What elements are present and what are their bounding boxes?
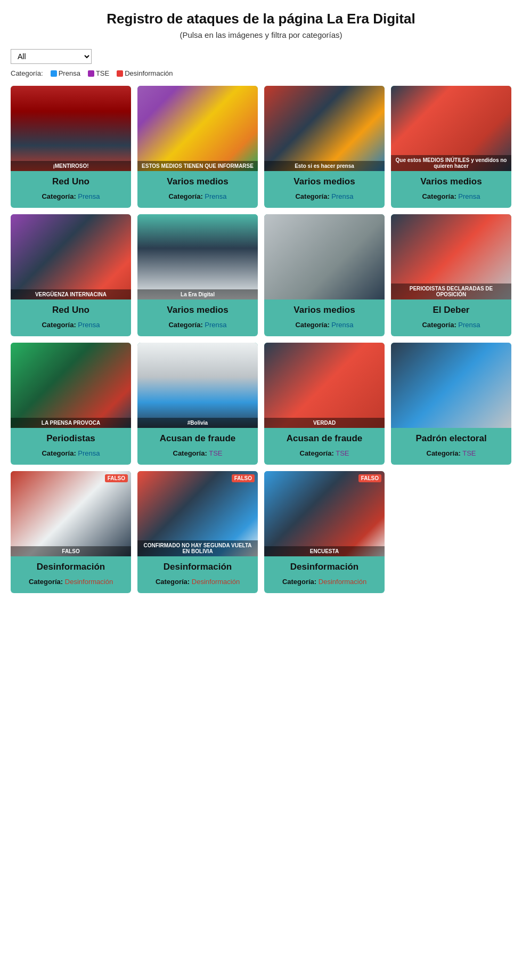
category-label: Categoría: bbox=[295, 192, 329, 200]
card-body-7: Varios mediosCategoría: Prensa bbox=[264, 299, 385, 336]
card-category-11: Categoría: TSE bbox=[270, 449, 379, 457]
category-label: Categoría: bbox=[173, 449, 207, 457]
card-4[interactable]: Que estos MEDIOS INÚTILES y vendidos no … bbox=[391, 86, 511, 208]
card-body-9: PeriodistasCategoría: Prensa bbox=[11, 428, 131, 465]
card-image-text-14: CONFIRMADO NO HAY SEGUNDA VUELTA EN BOLI… bbox=[137, 540, 258, 556]
card-category-14: Categoría: Desinformación bbox=[143, 578, 252, 586]
category-label: Categoría: bbox=[422, 321, 456, 329]
card-image-text-15: ENCUESTA bbox=[264, 546, 385, 556]
card-image-text-13: FALSO bbox=[11, 546, 131, 556]
card-body-3: Varios mediosCategoría: Prensa bbox=[264, 171, 385, 208]
card-3[interactable]: Esto si es hacer prensaVarios mediosCate… bbox=[264, 86, 385, 208]
card-14[interactable]: CONFIRMADO NO HAY SEGUNDA VUELTA EN BOLI… bbox=[137, 471, 258, 593]
card-title-4: Varios medios bbox=[396, 176, 506, 187]
card-title-15: Desinformación bbox=[270, 562, 379, 572]
card-image-15: ENCUESTAFALSO bbox=[264, 471, 385, 556]
card-image-14: CONFIRMADO NO HAY SEGUNDA VUELTA EN BOLI… bbox=[137, 471, 258, 556]
category-value: Prensa bbox=[78, 192, 100, 200]
card-8[interactable]: PERIODISTAS DECLARADAS DE OPOSICIÓNEl De… bbox=[391, 214, 511, 336]
card-body-12: Padrón electoralCategoría: TSE bbox=[391, 428, 511, 465]
badge-falso-14: FALSO bbox=[232, 474, 255, 482]
card-title-9: Periodistas bbox=[16, 433, 126, 444]
category-label: Categoría: bbox=[282, 578, 316, 586]
card-image-text-2: ESTOS MEDIOS TIENEN QUE INFORMARSE bbox=[137, 161, 258, 171]
card-9[interactable]: LA PRENSA PROVOCAPeriodistasCategoría: P… bbox=[11, 343, 131, 465]
category-value: Prensa bbox=[331, 321, 353, 329]
card-title-5: Red Uno bbox=[16, 305, 126, 315]
card-title-1: Red Uno bbox=[16, 176, 126, 187]
card-1[interactable]: ¡MENTIROSO!Red UnoCategoría: Prensa bbox=[11, 86, 131, 208]
legend-desinformacion: Desinformación bbox=[117, 69, 173, 77]
category-label: Categoría: bbox=[422, 192, 456, 200]
card-image-text-10: #Bolivia bbox=[137, 418, 258, 428]
card-title-11: Acusan de fraude bbox=[270, 433, 379, 444]
card-2[interactable]: ESTOS MEDIOS TIENEN QUE INFORMARSEVarios… bbox=[137, 86, 258, 208]
category-value: TSE bbox=[336, 449, 349, 457]
card-11[interactable]: VERDADAcusan de fraudeCategoría: TSE bbox=[264, 343, 385, 465]
card-image-11: VERDAD bbox=[264, 343, 385, 428]
card-category-5: Categoría: Prensa bbox=[16, 321, 126, 329]
card-title-10: Acusan de fraude bbox=[143, 433, 252, 444]
card-body-1: Red UnoCategoría: Prensa bbox=[11, 171, 131, 208]
page-title: Registro de ataques de la página La Era … bbox=[11, 11, 511, 27]
card-image-8: PERIODISTAS DECLARADAS DE OPOSICIÓN bbox=[391, 214, 511, 299]
card-image-text-9: LA PRENSA PROVOCA bbox=[11, 418, 131, 428]
category-value: TSE bbox=[462, 449, 476, 457]
category-value: Desinformación bbox=[319, 578, 366, 586]
card-image-text-4: Que estos MEDIOS INÚTILES y vendidos no … bbox=[391, 155, 511, 171]
card-body-2: Varios mediosCategoría: Prensa bbox=[137, 171, 258, 208]
card-title-12: Padrón electoral bbox=[396, 433, 506, 444]
category-value: Desinformación bbox=[65, 578, 113, 586]
card-10[interactable]: #BoliviaAcusan de fraudeCategoría: TSE bbox=[137, 343, 258, 465]
card-body-4: Varios mediosCategoría: Prensa bbox=[391, 171, 511, 208]
card-image-1: ¡MENTIROSO! bbox=[11, 86, 131, 171]
card-15[interactable]: ENCUESTAFALSODesinformaciónCategoría: De… bbox=[264, 471, 385, 593]
category-label: Categoría: bbox=[42, 449, 76, 457]
card-category-12: Categoría: TSE bbox=[396, 449, 506, 457]
card-title-3: Varios medios bbox=[270, 176, 379, 187]
category-value: Prensa bbox=[78, 449, 100, 457]
card-title-8: El Deber bbox=[396, 305, 506, 315]
card-image-4: Que estos MEDIOS INÚTILES y vendidos no … bbox=[391, 86, 511, 171]
card-body-5: Red UnoCategoría: Prensa bbox=[11, 299, 131, 336]
page-subtitle: (Pulsa en las imágenes y filtra por cate… bbox=[11, 30, 511, 39]
card-body-10: Acusan de fraudeCategoría: TSE bbox=[137, 428, 258, 465]
card-title-14: Desinformación bbox=[143, 562, 252, 572]
legend-dot-desinformacion bbox=[117, 70, 123, 77]
card-image-12 bbox=[391, 343, 511, 428]
card-category-1: Categoría: Prensa bbox=[16, 192, 126, 200]
card-title-2: Varios medios bbox=[143, 176, 252, 187]
category-label: Categoría: bbox=[29, 578, 63, 586]
card-7[interactable]: Varios mediosCategoría: Prensa bbox=[264, 214, 385, 336]
card-title-6: Varios medios bbox=[143, 305, 252, 315]
category-value: Desinformación bbox=[192, 578, 240, 586]
card-image-5: VERGÜENZA INTERNACINA bbox=[11, 214, 131, 299]
legend-label-desinformacion: Desinformación bbox=[125, 69, 173, 77]
card-image-text-8: PERIODISTAS DECLARADAS DE OPOSICIÓN bbox=[391, 284, 511, 299]
card-image-text-1: ¡MENTIROSO! bbox=[11, 161, 131, 171]
legend-dot-prensa bbox=[51, 70, 57, 77]
card-12[interactable]: Padrón electoralCategoría: TSE bbox=[391, 343, 511, 465]
badge-falso-13: FALSO bbox=[105, 474, 128, 482]
card-image-10: #Bolivia bbox=[137, 343, 258, 428]
card-13[interactable]: FALSOFALSODesinformaciónCategoría: Desin… bbox=[11, 471, 131, 593]
legend-label-tse: TSE bbox=[96, 69, 109, 77]
category-label: Categoría: bbox=[156, 578, 190, 586]
category-value: Prensa bbox=[458, 192, 480, 200]
card-image-7 bbox=[264, 214, 385, 299]
category-value: Prensa bbox=[331, 192, 353, 200]
card-body-8: El DeberCategoría: Prensa bbox=[391, 299, 511, 336]
category-label: Categoría: bbox=[300, 449, 334, 457]
category-value: TSE bbox=[209, 449, 222, 457]
legend-label: Categoría: bbox=[11, 69, 43, 77]
category-filter[interactable]: All Prensa TSE Desinformación bbox=[11, 49, 92, 64]
card-body-15: DesinformaciónCategoría: Desinformación bbox=[264, 556, 385, 593]
category-label: Categoría: bbox=[427, 449, 461, 457]
card-category-8: Categoría: Prensa bbox=[396, 321, 506, 329]
card-category-7: Categoría: Prensa bbox=[270, 321, 379, 329]
card-category-3: Categoría: Prensa bbox=[270, 192, 379, 200]
card-5[interactable]: VERGÜENZA INTERNACINARed UnoCategoría: P… bbox=[11, 214, 131, 336]
card-6[interactable]: La Era DigitalVarios mediosCategoría: Pr… bbox=[137, 214, 258, 336]
category-value: Prensa bbox=[78, 321, 100, 329]
card-category-2: Categoría: Prensa bbox=[143, 192, 252, 200]
